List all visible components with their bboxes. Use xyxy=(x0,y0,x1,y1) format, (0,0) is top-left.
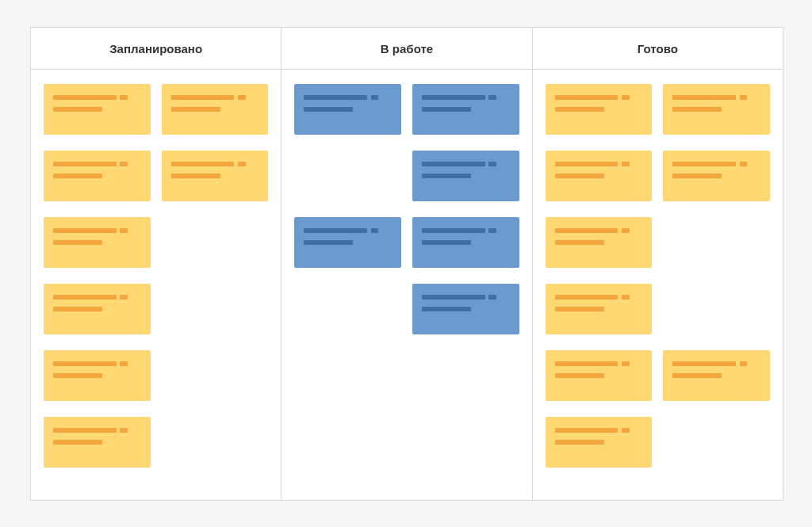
kanban-card[interactable] xyxy=(546,151,653,201)
kanban-card[interactable] xyxy=(546,417,653,468)
kanban-card[interactable] xyxy=(44,417,151,468)
column-header-done: Готово xyxy=(533,28,783,70)
kanban-card[interactable] xyxy=(546,84,653,135)
column-header-planned: Запланировано xyxy=(31,28,281,70)
kanban-card[interactable] xyxy=(412,217,519,268)
kanban-card[interactable] xyxy=(44,350,151,401)
column-planned: Запланировано xyxy=(31,28,282,500)
kanban-card[interactable] xyxy=(663,350,770,401)
kanban-card[interactable] xyxy=(162,84,269,135)
kanban-card[interactable] xyxy=(546,350,653,401)
kanban-card[interactable] xyxy=(546,284,653,334)
kanban-card[interactable] xyxy=(294,84,401,135)
column-body-in-progress xyxy=(282,70,531,349)
column-body-planned xyxy=(31,70,281,482)
kanban-card[interactable] xyxy=(663,151,770,201)
kanban-card[interactable] xyxy=(412,151,519,201)
column-in-progress: В работе xyxy=(282,28,532,500)
kanban-card[interactable] xyxy=(44,217,151,268)
column-body-done xyxy=(533,70,783,482)
kanban-card[interactable] xyxy=(663,84,770,135)
kanban-card[interactable] xyxy=(162,151,269,201)
kanban-card[interactable] xyxy=(294,217,401,268)
kanban-card[interactable] xyxy=(412,284,519,334)
kanban-board: Запланировано В работе xyxy=(30,27,783,501)
kanban-card[interactable] xyxy=(44,284,151,334)
kanban-card[interactable] xyxy=(546,217,653,268)
kanban-card[interactable] xyxy=(412,84,519,135)
column-done: Готово xyxy=(533,28,783,500)
kanban-card[interactable] xyxy=(44,151,151,201)
column-header-in-progress: В работе xyxy=(282,28,531,70)
kanban-card[interactable] xyxy=(44,84,151,135)
